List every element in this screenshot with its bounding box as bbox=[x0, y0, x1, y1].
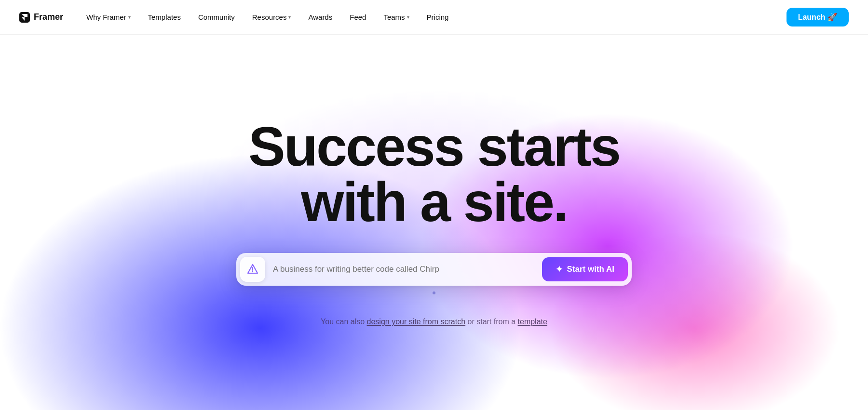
nav-link-resources[interactable]: Resources ▾ bbox=[244, 9, 299, 25]
start-with-ai-button[interactable]: ✦ Start with AI bbox=[542, 257, 628, 281]
nav-link-pricing[interactable]: Pricing bbox=[419, 9, 457, 25]
chevron-down-icon: ▾ bbox=[288, 14, 291, 20]
nav-link-teams[interactable]: Teams ▾ bbox=[376, 9, 417, 25]
nav-link-awards[interactable]: Awards bbox=[300, 9, 340, 25]
nav-link-why-framer[interactable]: Why Framer ▾ bbox=[79, 9, 138, 25]
nav-logo-text: Framer bbox=[34, 12, 63, 22]
ai-icon-wrapper bbox=[240, 257, 265, 282]
design-from-scratch-link[interactable]: design your site from scratch bbox=[367, 317, 466, 326]
hero-ai-input[interactable] bbox=[271, 261, 542, 278]
nav-link-feed[interactable]: Feed bbox=[342, 9, 374, 25]
nav-link-templates[interactable]: Templates bbox=[140, 9, 189, 25]
nav-link-community[interactable]: Community bbox=[190, 9, 243, 25]
svg-point-3 bbox=[252, 271, 253, 272]
sparkle-icon: ✦ bbox=[556, 264, 563, 275]
hero-content: Success starts with a site. ✦ Start with… bbox=[0, 119, 868, 326]
hero-bottom-text: You can also design your site from scrat… bbox=[321, 317, 547, 326]
hero-section: Success starts with a site. ✦ Start with… bbox=[0, 0, 868, 410]
ai-icon bbox=[246, 263, 259, 276]
indicator-dot bbox=[433, 291, 435, 294]
launch-button[interactable]: Launch 🚀 bbox=[787, 8, 849, 26]
hero-headline: Success starts with a site. bbox=[248, 119, 620, 230]
nav-logo[interactable]: Framer bbox=[19, 12, 63, 23]
template-link[interactable]: template bbox=[518, 317, 547, 326]
chevron-down-icon: ▾ bbox=[407, 14, 409, 20]
nav-links: Why Framer ▾ Templates Community Resourc… bbox=[79, 8, 849, 26]
hero-search-bar: ✦ Start with AI bbox=[236, 253, 632, 286]
chevron-down-icon: ▾ bbox=[128, 14, 131, 20]
framer-logo-icon bbox=[19, 12, 30, 23]
navbar: Framer Why Framer ▾ Templates Community … bbox=[0, 0, 868, 35]
